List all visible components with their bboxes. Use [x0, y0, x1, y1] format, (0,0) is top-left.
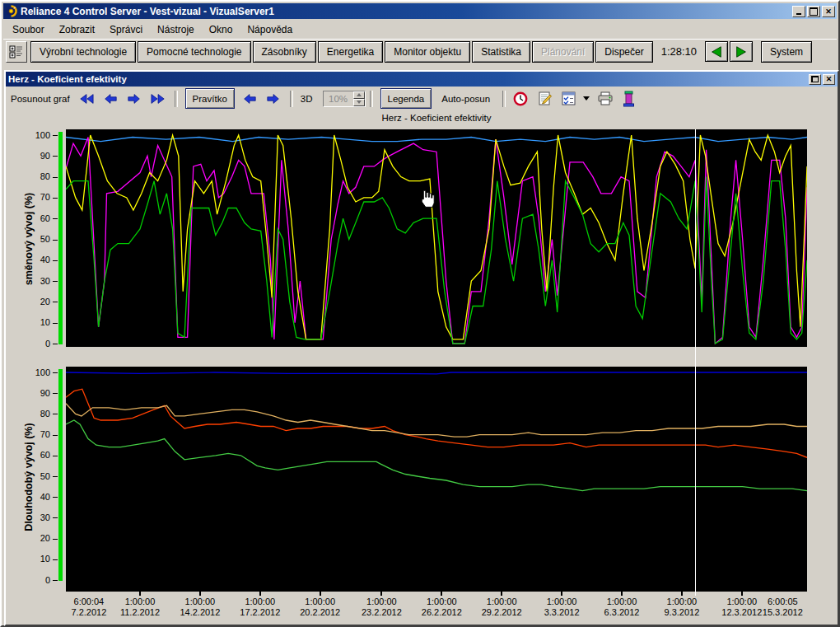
y-tick-label: 70	[40, 429, 50, 439]
x-tick-label: 1:00:0029.2.2012	[482, 597, 522, 618]
minimize-button[interactable]	[792, 6, 805, 17]
separator	[175, 91, 178, 107]
prev-green-arrow-icon	[709, 45, 724, 58]
series-green	[66, 420, 807, 491]
series-select-button[interactable]	[558, 89, 579, 109]
fast-forward-icon	[151, 93, 166, 105]
x-tick-label: 1:00:0014.2.2012	[180, 597, 220, 618]
x-tick-mark	[199, 592, 201, 596]
y-tick-mark	[53, 240, 58, 241]
exit-icon	[623, 91, 636, 107]
menu-item-spravci[interactable]: Správci	[102, 22, 150, 37]
x-tick-mark	[561, 592, 562, 596]
ruler-forward-icon	[266, 93, 281, 105]
y-tick-label: 30	[40, 276, 50, 286]
checklist-icon	[561, 91, 576, 106]
next-page-button[interactable]	[730, 41, 753, 62]
nav-button-energetika[interactable]: Energetika	[318, 41, 383, 63]
legend-toggle-button[interactable]: Legenda	[380, 88, 432, 109]
y-tick-mark	[53, 344, 58, 344]
y-tick-mark	[53, 559, 58, 560]
chart-title: Herz - Koeficient efektivity	[66, 113, 807, 123]
dropdown-arrow-icon[interactable]	[583, 96, 590, 101]
x-tick-label: 1:00:0026.2.2012	[422, 597, 462, 618]
y-tick-label: 10	[40, 554, 50, 564]
time-interval-button[interactable]	[510, 89, 531, 109]
ruler-line[interactable]	[695, 129, 696, 596]
inner-close-button[interactable]: ✕	[823, 74, 835, 85]
series-orangered	[66, 389, 807, 457]
y-tick-mark	[53, 198, 58, 199]
restore-button[interactable]	[809, 74, 821, 85]
ruler-step-forward-button[interactable]	[262, 89, 285, 109]
menu-item-soubor[interactable]: Soubor	[5, 22, 52, 37]
x-tick-label: 1:00:006.3.2012	[604, 597, 640, 618]
step-backward-button[interactable]	[99, 89, 122, 109]
y-tick-label: 40	[40, 492, 50, 502]
threed-label[interactable]: 3D	[301, 94, 313, 104]
menu-item-okno[interactable]: Okno	[202, 22, 240, 37]
fast-forward-button[interactable]	[147, 89, 170, 109]
x-tick-mark	[621, 592, 623, 596]
x-tick-mark	[139, 592, 141, 596]
y-tick-mark	[53, 323, 58, 324]
next-green-arrow-icon	[734, 45, 749, 58]
nav-buttons: Výrobní technologiePomocné technologieZá…	[30, 41, 655, 63]
y-tick-label: 80	[40, 171, 50, 181]
autoscroll-button[interactable]: Auto-posun	[435, 89, 497, 108]
y-tick-label: 30	[40, 512, 50, 522]
hand-cursor-icon	[418, 190, 436, 209]
y-tick-mark	[53, 302, 58, 302]
x-tick-mark	[441, 592, 442, 596]
ruler-back-icon	[242, 93, 257, 105]
maximize-button[interactable]	[807, 6, 820, 17]
chart-window: Herz - Koeficient efektivity ✕ Posunout …	[4, 70, 839, 626]
y-tick-label: 100	[35, 130, 50, 140]
ruler-toggle-button[interactable]: Pravítko	[185, 88, 235, 109]
nav-button-pomocne-technologie[interactable]: Pomocné technologie	[138, 41, 250, 63]
x-tick-label: 6:00:047.2.2012	[71, 597, 106, 618]
menu-item-nastroje[interactable]: Nástroje	[150, 22, 202, 37]
ruler-step-back-button[interactable]	[238, 89, 261, 109]
spinner-down-button[interactable]	[353, 99, 365, 106]
depth-spinner: 10%	[323, 91, 366, 107]
x-tick-mark	[501, 592, 502, 596]
x-tick-label: 1:00:0017.2.2012	[240, 597, 280, 618]
nav-button-dispecer[interactable]: Dispečer	[595, 41, 652, 63]
bottom-chart-plot[interactable]	[66, 367, 807, 592]
close-button[interactable]: ✕	[822, 6, 835, 17]
close-view-button[interactable]	[618, 89, 640, 109]
depth-spinner-value: 10%	[324, 94, 353, 104]
bottom-chart-axis-bar	[58, 369, 63, 581]
nav-button-zasobniky[interactable]: Zásobníky	[253, 41, 316, 63]
y-tick-label: 60	[40, 213, 50, 223]
y-tick-mark	[53, 539, 58, 540]
step-forward-button[interactable]	[123, 89, 146, 109]
x-tick-label: 1:00:0012.3.2012	[721, 597, 762, 618]
print-button[interactable]	[595, 89, 616, 109]
y-tick-mark	[53, 372, 58, 373]
nav-button-statistika[interactable]: Statistika	[472, 41, 530, 63]
chart-window-title: Herz - Koeficient efektivity	[8, 74, 807, 84]
menu-item-zobrazit[interactable]: Zobrazit	[52, 22, 102, 37]
x-tick-label: 6:00:0515.3.2012	[763, 597, 803, 618]
nav-button-monitor-objektu[interactable]: Monitor objektu	[385, 41, 470, 63]
x-tick-label: 1:00:0020.2.2012	[300, 597, 340, 618]
step-backward-icon	[103, 93, 118, 105]
series-blue	[66, 372, 807, 374]
fast-backward-button[interactable]	[75, 89, 98, 109]
y-tick-mark	[53, 260, 58, 261]
menu-item-napoveda[interactable]: Nápověda	[240, 22, 300, 37]
nav-button-vyrobni-technologie[interactable]: Výrobní technologie	[30, 41, 136, 63]
separator	[290, 91, 293, 107]
x-tick-mark	[380, 592, 382, 596]
prev-page-button[interactable]	[705, 41, 728, 62]
export-button[interactable]	[534, 89, 555, 109]
print-icon	[597, 91, 614, 106]
step-forward-icon	[127, 93, 142, 105]
system-button[interactable]: System	[761, 41, 812, 63]
tree-toggle-button[interactable]	[6, 41, 27, 63]
top-chart-plot[interactable]	[66, 129, 807, 347]
spinner-up-button[interactable]	[353, 91, 365, 99]
y-tick-mark	[53, 135, 58, 136]
